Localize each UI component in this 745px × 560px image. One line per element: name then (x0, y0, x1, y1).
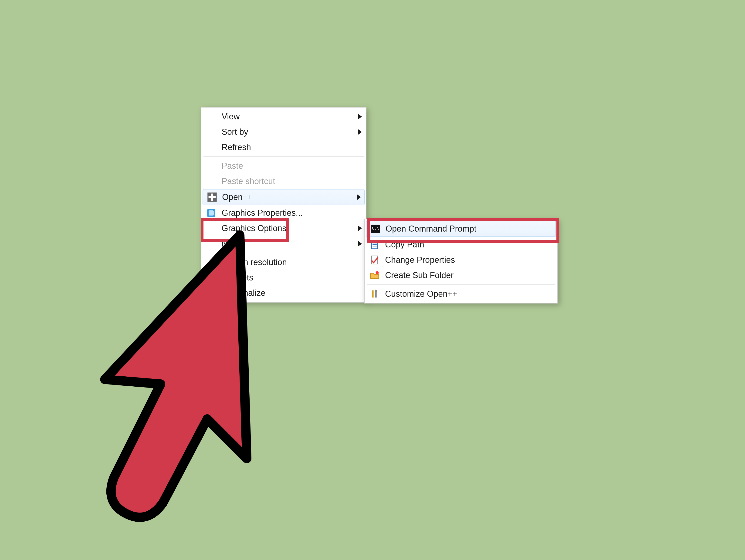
submenu-arrow-icon (357, 194, 361, 200)
menu-item-label: Graphics Options (222, 224, 286, 233)
submenu-item-open-command-prompt[interactable]: C:\ Open Command Prompt (366, 221, 556, 237)
menu-item-paste: Paste (202, 158, 365, 174)
menu-item-label: Create Sub Folder (385, 270, 454, 280)
svg-point-12 (376, 271, 379, 274)
menu-item-label: Open Command Prompt (386, 224, 476, 234)
check-document-icon (368, 254, 381, 266)
menu-item-label: Sort by (222, 127, 248, 137)
svg-rect-11 (371, 256, 378, 264)
menu-item-paste-shortcut: Paste shortcut (202, 174, 365, 189)
folder-new-icon (368, 269, 381, 282)
menu-item-label: Gadgets (222, 273, 253, 283)
svg-rect-13 (372, 291, 374, 298)
menu-item-label: View (222, 112, 239, 122)
submenu-arrow-icon (358, 226, 362, 231)
app-icon (205, 207, 218, 219)
submenu-item-customize-openpp[interactable]: Customize Open++ (365, 286, 556, 302)
menu-item-label: Graphics Properties... (222, 208, 303, 218)
menu-item-label: Copy Path (385, 240, 424, 250)
menu-item-label: Customize Open++ (385, 289, 457, 299)
svg-text:C:\: C:\ (372, 226, 380, 231)
svg-point-15 (375, 290, 377, 292)
openpp-submenu: C:\ Open Command Prompt Copy Path (364, 219, 558, 303)
menu-item-label: Screen resolution (222, 257, 287, 267)
menu-separator (203, 156, 364, 157)
menu-separator (367, 285, 555, 285)
cmd-icon: C:\ (369, 223, 382, 235)
menu-item-personalize[interactable]: Personalize (202, 285, 365, 301)
menu-item-view[interactable]: View (202, 109, 365, 124)
menu-item-label: New (222, 239, 238, 249)
menu-item-label: Change Properties (385, 255, 455, 265)
menu-item-new[interactable]: New (202, 236, 365, 251)
tools-icon (368, 288, 381, 300)
submenu-arrow-icon (358, 241, 362, 246)
submenu-arrow-icon (358, 129, 362, 135)
menu-item-refresh[interactable]: Refresh (202, 140, 365, 155)
menu-separator (203, 253, 364, 253)
context-menu: View Sort by Refresh Paste Paste shortcu… (201, 107, 366, 303)
menu-item-openpp[interactable]: Open++ (202, 189, 364, 205)
menu-item-label: Open++ (222, 192, 252, 202)
submenu-item-change-properties[interactable]: Change Properties (365, 252, 556, 268)
document-icon (368, 238, 381, 251)
menu-item-graphics-options[interactable]: Graphics Options (202, 221, 365, 236)
plus-box-icon (206, 191, 218, 203)
menu-item-label: Paste shortcut (222, 176, 275, 186)
menu-item-label: Personalize (222, 288, 265, 298)
menu-item-screen-resolution[interactable]: Screen resolution (202, 255, 365, 270)
menu-item-sort-by[interactable]: Sort by (202, 124, 365, 140)
menu-item-label: Refresh (222, 142, 251, 152)
svg-rect-4 (208, 210, 214, 216)
desktop-background: View Sort by Refresh Paste Paste shortcu… (0, 0, 745, 560)
menu-item-graphics-properties[interactable]: Graphics Properties... (202, 205, 365, 221)
svg-rect-2 (211, 194, 213, 201)
menu-item-label: Paste (222, 161, 243, 171)
submenu-item-create-sub-folder[interactable]: Create Sub Folder (365, 268, 556, 283)
submenu-item-copy-path[interactable]: Copy Path (365, 237, 556, 252)
menu-item-gadgets[interactable]: Gadgets (202, 270, 365, 285)
submenu-arrow-icon (358, 114, 362, 120)
